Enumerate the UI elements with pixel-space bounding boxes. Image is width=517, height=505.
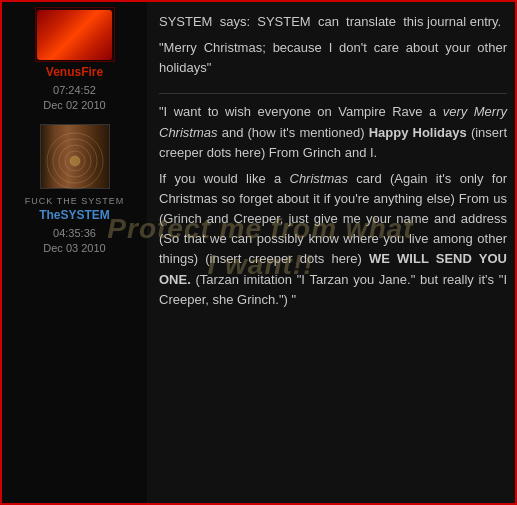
username-thesystem[interactable]: TheSYSTEM: [39, 208, 110, 222]
user-block-venusfire: VenusFire 07:24:52 Dec 02 2010: [35, 2, 115, 114]
divider: [159, 93, 507, 94]
para1: "I want to wish everyone on Vampire Rave…: [159, 102, 507, 162]
system-says-label: SYSTEM says: SYSTEM can translate: [159, 14, 403, 29]
username-venusfire[interactable]: VenusFire: [46, 65, 103, 79]
avatar-container-thesystem: [25, 124, 125, 194]
avatar-image-venusfire: [37, 10, 112, 60]
that-word: that: [184, 231, 206, 246]
avatar-venusfire: [35, 7, 115, 62]
para2: If you would like a Christmas card (Agai…: [159, 169, 507, 310]
quote-text: "Merry Christmas; because I don't care a…: [159, 38, 507, 78]
this-word: this: [403, 14, 423, 29]
main-content-area: SYSTEM says: SYSTEM can translate this j…: [147, 2, 517, 505]
christmas-italic-text: Christmas: [290, 171, 349, 186]
system-header-text: SYSTEM says: SYSTEM can translate this j…: [159, 12, 507, 32]
main-container: VenusFire 07:24:52 Dec 02 2010 FUC: [2, 2, 517, 505]
happy-holidays-text: Happy Holidays: [369, 125, 467, 140]
fts-label: FUCK THE SYSTEM: [25, 196, 124, 206]
user-block-thesystem: FUCK THE SYSTEM TheSYSTEM 04:35:36 Dec 0…: [25, 124, 125, 257]
svg-point-4: [70, 156, 80, 166]
venusfire-message-block: "I want to wish everyone on Vampire Rave…: [159, 102, 507, 309]
concentric-circles-icon: [30, 129, 120, 194]
system-message-block: SYSTEM says: SYSTEM can translate this j…: [159, 12, 507, 78]
sidebar: VenusFire 07:24:52 Dec 02 2010 FUC: [2, 2, 147, 505]
timestamp-venusfire: 07:24:52 Dec 02 2010: [43, 83, 105, 114]
timestamp-thesystem: 04:35:36 Dec 03 2010: [43, 226, 105, 257]
